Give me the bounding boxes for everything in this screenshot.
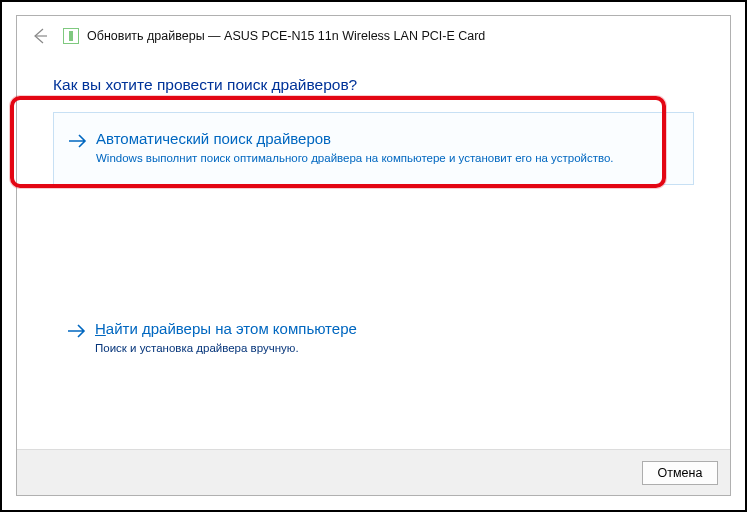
option-browse-computer[interactable]: Найти драйверы на этом компьютере Поиск …: [53, 303, 694, 374]
driver-update-dialog: Обновить драйверы — ASUS PCE-N15 11n Wir…: [16, 15, 731, 496]
arrow-right-icon: [67, 320, 89, 342]
option-auto-desc: Windows выполнит поиск оптимального драй…: [96, 151, 679, 167]
option-browse-desc: Поиск и установка драйвера вручную.: [95, 341, 680, 357]
arrow-right-icon: [68, 130, 90, 152]
option-auto-search[interactable]: Автоматический поиск драйверов Windows в…: [53, 112, 694, 185]
device-icon: [63, 28, 79, 44]
dialog-content: Как вы хотите провести поиск драйверов? …: [17, 56, 730, 449]
cancel-button[interactable]: Отмена: [642, 461, 718, 485]
back-arrow-icon[interactable]: [29, 25, 51, 47]
title-bar: Обновить драйверы — ASUS PCE-N15 11n Wir…: [17, 16, 730, 56]
window-title: Обновить драйверы — ASUS PCE-N15 11n Wir…: [87, 29, 722, 43]
option-auto-title: Автоматический поиск драйверов: [96, 129, 679, 149]
option-browse-title: Найти драйверы на этом компьютере: [95, 319, 680, 339]
button-bar: Отмена: [17, 449, 730, 495]
heading: Как вы хотите провести поиск драйверов?: [53, 76, 694, 94]
close-button[interactable]: [690, 14, 732, 42]
